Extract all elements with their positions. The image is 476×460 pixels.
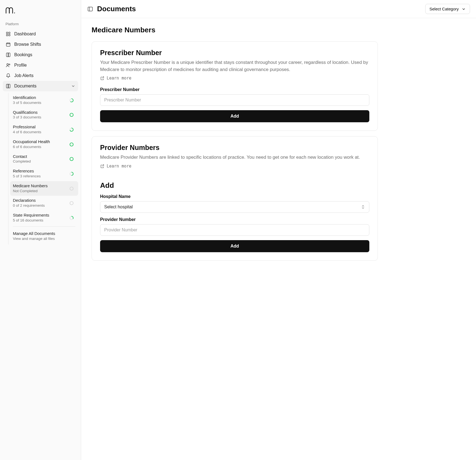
sub-item-title: Qualifications [13, 110, 67, 115]
prescriber-number-input[interactable] [100, 94, 369, 106]
svg-point-7 [9, 64, 10, 65]
content: Medicare Numbers Prescriber Number Your … [81, 18, 388, 279]
sidebar-item-label: Browse Shifts [14, 42, 41, 47]
prescriber-description: Your Medicare Prescriber Number is a uni… [100, 59, 369, 73]
select-category-label: Select Category [429, 7, 459, 11]
sidebar-item-documents[interactable]: Documents [3, 81, 78, 91]
bell-icon [5, 73, 11, 78]
sub-item-references[interactable]: References 5 of 3 references [10, 166, 78, 181]
user-icon [5, 63, 11, 68]
progress-ring-icon [69, 157, 74, 161]
documents-subnav: Identification 3 of 5 documents Qualific… [8, 93, 78, 245]
prescriber-card: Prescriber Number Your Medicare Prescrib… [92, 41, 378, 131]
sub-item-title: Medicare Numbers [13, 183, 67, 189]
sub-item-subtitle: 3 of 5 documents [13, 100, 67, 106]
sub-item-title: References [13, 169, 67, 174]
sub-item-subtitle: 4 of 6 documents [13, 130, 67, 135]
sub-item-subtitle: View and manage all files [13, 236, 75, 242]
learn-more-label: Learn more [107, 76, 131, 81]
sidebar-item-profile[interactable]: Profile [3, 60, 78, 70]
sub-item-identification[interactable]: Identification 3 of 5 documents [10, 93, 78, 108]
sub-item-state-requirements[interactable]: State Requirements 5 of 16 documents [10, 211, 78, 225]
prescriber-add-button[interactable]: Add [100, 110, 369, 122]
sub-item-medicare-numbers[interactable]: Medicare Numbers Not Completed [10, 181, 78, 196]
svg-point-17 [70, 187, 73, 190]
progress-ring-icon [69, 127, 74, 132]
panel-left-icon[interactable] [87, 6, 93, 12]
provider-learn-more-link[interactable]: Learn more [100, 164, 131, 169]
sub-item-title: Identification [13, 95, 67, 100]
provider-card: Provider Numbers Medicare Provider Numbe… [92, 136, 378, 261]
external-link-icon [100, 164, 104, 168]
sub-item-subtitle: 6 of 6 documents [13, 144, 67, 150]
hospital-name-label: Hospital Name [100, 194, 369, 199]
sub-item-manage-all[interactable]: Manage All Documents View and manage all… [10, 228, 78, 245]
sub-item-declarations[interactable]: Declarations 0 of 2 requirements [10, 196, 78, 211]
progress-ring-icon [69, 201, 74, 205]
sub-item-title: State Requirements [13, 213, 67, 218]
svg-rect-3 [6, 35, 8, 36]
documents-icon [5, 83, 11, 89]
progress-ring-icon [69, 172, 74, 176]
sub-item-subtitle: 3 of 3 documents [13, 115, 67, 120]
sidebar-section-label: Platform [3, 21, 78, 29]
sidebar-item-job-alerts[interactable]: Job Alerts [3, 70, 78, 81]
sub-item-occupational-health[interactable]: Occupational Health 6 of 6 documents [10, 137, 78, 152]
topbar: Documents Select Category [81, 0, 476, 18]
sub-item-subtitle: 5 of 16 documents [13, 218, 67, 223]
sidebar-item-label: Dashboard [14, 32, 36, 36]
svg-rect-5 [6, 43, 10, 46]
provider-number-label: Provider Number [100, 217, 369, 222]
calendar-search-icon [5, 42, 11, 47]
provider-number-input[interactable] [100, 224, 369, 236]
sub-item-subtitle: 0 of 2 requirements [13, 203, 67, 208]
sidebar-item-label: Job Alerts [14, 73, 33, 78]
sub-item-subtitle: Not Completed [13, 189, 67, 194]
sub-item-title: Professional [13, 124, 67, 130]
learn-more-label: Learn more [107, 164, 131, 169]
dashboard-icon [5, 31, 11, 37]
prescriber-learn-more-link[interactable]: Learn more [100, 76, 131, 81]
sidebar-item-label: Profile [14, 63, 27, 68]
sidebar: Platform Dashboard Browse Shifts Booking… [0, 0, 81, 460]
hospital-select-value: Select hospital [104, 205, 133, 209]
sidebar-item-label: Bookings [14, 52, 32, 57]
provider-add-heading: Add [100, 181, 369, 190]
sub-item-contact[interactable]: Contact Completed [10, 152, 78, 167]
provider-add-button[interactable]: Add [100, 240, 369, 252]
sub-item-subtitle: Completed [13, 159, 67, 164]
chevrons-up-down-icon [361, 205, 365, 209]
progress-ring-icon [69, 98, 74, 103]
svg-rect-4 [9, 35, 10, 36]
main: Documents Select Category Medicare Numbe… [81, 0, 476, 460]
sidebar-item-dashboard[interactable]: Dashboard [3, 29, 78, 39]
svg-rect-2 [9, 32, 10, 33]
progress-ring-icon [69, 216, 74, 220]
chevron-down-icon [71, 84, 75, 88]
provider-description: Medicare Provider Numbers are linked to … [100, 154, 369, 161]
sidebar-item-bookings[interactable]: Bookings [3, 50, 78, 60]
sub-item-title: Occupational Health [13, 139, 67, 144]
topbar-title: Documents [97, 5, 136, 13]
page-title: Medicare Numbers [92, 26, 378, 34]
sub-item-qualifications[interactable]: Qualifications 3 of 3 documents [10, 108, 78, 123]
prescriber-number-label: Prescriber Number [100, 87, 369, 92]
svg-point-6 [7, 64, 8, 65]
external-link-icon [100, 76, 104, 80]
select-category-button[interactable]: Select Category [425, 4, 470, 14]
hospital-select[interactable]: Select hospital [100, 201, 369, 213]
sub-item-title: Declarations [13, 198, 67, 203]
svg-point-10 [70, 113, 73, 117]
svg-point-14 [70, 157, 73, 161]
provider-heading: Provider Numbers [100, 144, 369, 152]
svg-point-18 [70, 201, 73, 205]
svg-rect-21 [88, 7, 93, 11]
sub-item-professional[interactable]: Professional 4 of 6 documents [10, 122, 78, 137]
sub-item-title: Manage All Documents [13, 231, 75, 236]
sidebar-item-browse-shifts[interactable]: Browse Shifts [3, 39, 78, 50]
sidebar-item-label: Documents [14, 84, 36, 89]
book-icon [5, 52, 11, 58]
app-logo [3, 5, 78, 21]
chevron-down-icon [461, 7, 466, 11]
progress-ring-icon [69, 113, 74, 117]
